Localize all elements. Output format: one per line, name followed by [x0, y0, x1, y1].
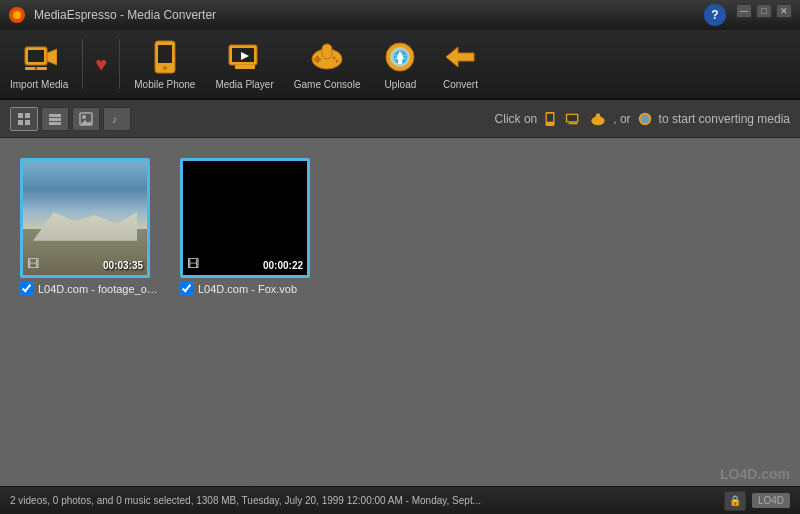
status-icons: 🔒 LO4D	[724, 491, 790, 511]
media-player-button[interactable]: Media Player	[205, 30, 283, 98]
hint-web-icon	[636, 111, 654, 127]
view-all-button[interactable]	[10, 107, 38, 131]
svg-rect-38	[547, 113, 553, 121]
convert-icon	[442, 39, 478, 75]
svg-rect-29	[25, 120, 30, 125]
minimize-button[interactable]: —	[736, 4, 752, 18]
svg-rect-28	[18, 120, 23, 125]
status-text: 2 videos, 0 photos, and 0 music selected…	[10, 495, 724, 506]
media-checkbox-2[interactable]	[180, 282, 193, 295]
sub-toolbar: ♪ Click on , or to start converting medi…	[0, 100, 800, 138]
app-logo	[8, 6, 26, 24]
media-thumb-2[interactable]: 🎞 00:00:22	[180, 158, 310, 278]
import-media-icon: ▼	[21, 39, 57, 75]
game-console-label: Game Console	[294, 79, 361, 90]
mobile-phone-button[interactable]: Mobile Phone	[124, 30, 205, 98]
import-media-label: Import Media	[10, 79, 68, 90]
media-checkbox-1[interactable]	[20, 282, 33, 295]
svg-rect-17	[314, 58, 321, 61]
toolbar: ▼ Import Media ♥ Mobile Phone M	[0, 30, 800, 100]
hint-click-on: Click on	[495, 112, 538, 126]
title-bar: MediaEspresso - Media Converter ? — □ ✕	[0, 0, 800, 30]
svg-point-19	[336, 59, 339, 62]
svg-point-18	[333, 56, 336, 59]
favorite-icon: ♥	[95, 53, 107, 76]
svg-rect-3	[28, 50, 44, 62]
upload-button[interactable]: 🌐 Upload	[370, 30, 430, 98]
view-photo-button[interactable]	[72, 107, 100, 131]
svg-text:▼: ▼	[34, 66, 38, 71]
duration-1: 00:03:35	[103, 260, 143, 271]
svg-rect-41	[569, 122, 578, 124]
game-console-icon	[309, 39, 345, 75]
mobile-phone-label: Mobile Phone	[134, 79, 195, 90]
svg-rect-27	[25, 113, 30, 118]
toolbar-sep-2	[119, 39, 120, 89]
hint-or-text: , or	[613, 112, 630, 126]
media-checkbox-row-1: L04D.com - footage_oldh	[20, 282, 158, 295]
hint-game-icon	[588, 111, 608, 127]
svg-marker-35	[80, 120, 92, 125]
convert-button[interactable]: Convert	[430, 30, 490, 98]
media-item-2: 🎞 00:00:22 L04D.com - Fox.vob	[180, 158, 320, 295]
help-button[interactable]: ?	[704, 4, 726, 26]
svg-point-9	[163, 66, 167, 70]
svg-rect-43	[596, 113, 600, 121]
hint-tv-icon	[563, 111, 583, 127]
svg-rect-8	[158, 45, 172, 63]
import-media-button[interactable]: ▼ Import Media	[0, 30, 78, 98]
film-icon-2: 🎞	[187, 257, 199, 271]
svg-marker-4	[47, 49, 57, 65]
svg-rect-26	[18, 113, 23, 118]
media-player-label: Media Player	[215, 79, 273, 90]
svg-marker-25	[446, 47, 474, 67]
duration-2: 00:00:22	[263, 260, 303, 271]
media-checkbox-row-2: L04D.com - Fox.vob	[180, 282, 297, 295]
svg-rect-40	[567, 115, 577, 121]
mobile-phone-icon	[147, 39, 183, 75]
svg-point-45	[640, 114, 649, 123]
svg-rect-31	[49, 118, 61, 121]
toolbar-sep-1	[82, 39, 83, 89]
svg-rect-15	[322, 44, 332, 59]
svg-text:♪: ♪	[112, 113, 118, 125]
hint-area: Click on , or to start converting media	[495, 111, 790, 127]
convert-label: Convert	[443, 79, 478, 90]
watermark: LO4D.com	[720, 466, 790, 482]
media-thumb-1[interactable]: 🎞 00:03:35	[20, 158, 150, 278]
upload-icon: 🌐	[382, 39, 418, 75]
lo4d-badge: LO4D	[752, 493, 790, 508]
close-button[interactable]: ✕	[776, 4, 792, 18]
media-name-2: L04D.com - Fox.vob	[198, 283, 297, 295]
maximize-button[interactable]: □	[756, 4, 772, 18]
media-item-1: 🎞 00:03:35 L04D.com - footage_oldh	[20, 158, 160, 295]
media-player-icon	[227, 39, 263, 75]
svg-rect-12	[235, 65, 255, 69]
window-title: MediaEspresso - Media Converter	[34, 8, 704, 22]
main-content: 🎞 00:03:35 L04D.com - footage_oldh 🎞 00:…	[0, 138, 800, 486]
media-name-1: L04D.com - footage_oldh	[38, 283, 158, 295]
svg-rect-32	[49, 122, 61, 125]
svg-rect-24	[398, 59, 402, 64]
svg-point-34	[82, 115, 86, 119]
hint-end-text: to start converting media	[659, 112, 790, 126]
game-console-button[interactable]: Game Console	[284, 30, 371, 98]
status-bar: 2 videos, 0 photos, and 0 music selected…	[0, 486, 800, 514]
status-lock-button[interactable]: 🔒	[724, 491, 746, 511]
view-music-button[interactable]: ♪	[103, 107, 131, 131]
film-icon-1: 🎞	[27, 257, 39, 271]
upload-label: Upload	[385, 79, 417, 90]
view-list-button[interactable]	[41, 107, 69, 131]
svg-point-1	[13, 11, 21, 19]
hint-mobile-icon	[542, 111, 558, 127]
title-controls: ? — □ ✕	[704, 4, 792, 26]
svg-rect-30	[49, 114, 61, 117]
